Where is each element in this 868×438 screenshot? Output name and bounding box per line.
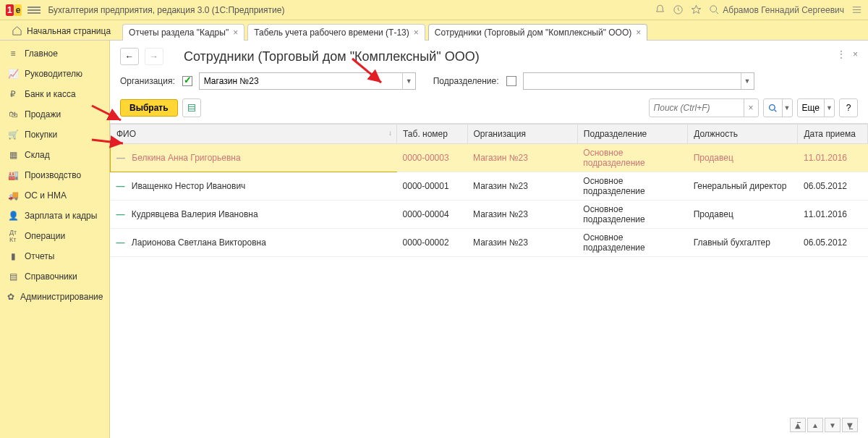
table-row[interactable]: Ларионова Светлана Викторовна0000-00002М… (111, 229, 868, 257)
close-icon[interactable]: × (414, 28, 419, 38)
gear-icon: ✿ (7, 291, 14, 303)
table-header-row: ФИО↓ Таб. номер Организация Подразделени… (111, 125, 868, 144)
sidebar-item-label: Продажи (25, 109, 61, 119)
svg-point-1 (710, 6, 717, 12)
sidebar-item-admin[interactable]: ✿Администрирование (0, 287, 109, 307)
sidebar-item-os-nma[interactable]: 🚚ОС и НМА (0, 185, 109, 206)
content-area: ← → Сотрудники (Торговый дом "Комплексны… (110, 41, 868, 438)
org-label: Организация: (120, 76, 175, 86)
sidebar-item-manager[interactable]: 📈Руководителю (0, 64, 109, 84)
nav-up-button[interactable]: ▲ (807, 418, 823, 432)
start-page-tab[interactable]: Начальная страница (3, 22, 119, 40)
bars-icon: ▮ (7, 250, 19, 262)
person-icon: 👤 (7, 210, 19, 222)
employees-table: ФИО↓ Таб. номер Организация Подразделени… (110, 123, 868, 438)
dropdown-icon[interactable]: ▼ (402, 73, 415, 89)
nav-last-button[interactable]: ▼̲ (842, 418, 858, 432)
col-date[interactable]: Дата приема (798, 125, 868, 144)
bag-icon: 🛍 (7, 109, 19, 120)
chevron-down-icon[interactable]: ▼ (782, 99, 792, 117)
col-org[interactable]: Организация (467, 125, 577, 144)
select-button[interactable]: Выбрать (120, 99, 178, 117)
dropdown-icon[interactable]: ▼ (741, 73, 754, 89)
app-title: Бухгалтерия предприятия, редакция 3.0 (1… (48, 5, 284, 15)
tab-tabel-t13[interactable]: Табель учета рабочего времени (Т-13) × (247, 24, 425, 41)
sidebar-item-label: ОС и НМА (25, 190, 67, 201)
sidebar-item-label: Операции (25, 231, 65, 241)
nav-first-button[interactable]: ▲̅ (790, 418, 806, 432)
org-select[interactable]: ▼ (199, 72, 416, 90)
sidebar-item-label: Руководителю (25, 69, 82, 79)
more-menu-icon[interactable]: ⋮ (837, 49, 846, 59)
table-row[interactable]: Белкина Анна Григорьевна0000-00003Магази… (111, 144, 868, 172)
org-input[interactable] (200, 73, 402, 89)
close-icon[interactable]: × (636, 28, 641, 38)
row-status-icon (116, 237, 129, 248)
nav-back-button[interactable]: ← (120, 48, 139, 65)
star-icon[interactable] (691, 4, 702, 15)
nav-down-button[interactable]: ▼ (825, 418, 841, 432)
col-pos[interactable]: Должность (688, 125, 798, 144)
row-status-icon (116, 153, 129, 163)
search-clear-icon[interactable]: × (744, 99, 758, 117)
close-content-icon[interactable]: × (853, 49, 858, 59)
boxes-icon: ▦ (7, 149, 19, 161)
col-fio[interactable]: ФИО↓ (111, 125, 397, 144)
sidebar-item-label: Главное (25, 49, 58, 59)
factory-icon: 🏭 (7, 169, 19, 181)
tab-reports-kadry[interactable]: Отчеты раздела "Кадры" × (122, 24, 244, 41)
table-row[interactable]: Иващенко Нестор Иванович0000-00001Магази… (111, 172, 868, 201)
org-checkbox[interactable] (182, 76, 192, 86)
sidebar-item-operations[interactable]: ДтКтОперации (0, 226, 109, 246)
dept-label: Подразделение: (433, 76, 499, 86)
close-icon[interactable]: × (233, 28, 238, 38)
table-nav-controls: ▲̅ ▲ ▼ ▼̲ (790, 418, 858, 432)
sidebar-item-label: Производство (25, 170, 81, 180)
nav-forward-button[interactable]: → (145, 48, 163, 65)
dept-select[interactable]: ▼ (523, 72, 754, 90)
search-box[interactable]: × (649, 98, 759, 117)
dtkt-icon: ДтКт (7, 230, 19, 242)
search-input[interactable] (650, 103, 744, 113)
sidebar-item-sales[interactable]: 🛍Продажи (0, 104, 109, 125)
row-status-icon (116, 181, 129, 191)
sidebar-item-label: Покупки (25, 130, 57, 140)
dept-checkbox[interactable] (506, 76, 516, 86)
sidebar-item-warehouse[interactable]: ▦Склад (0, 145, 109, 165)
col-tab[interactable]: Таб. номер (397, 125, 467, 144)
page-title: Сотрудники (Торговый дом "Комплексный" О… (184, 49, 480, 64)
truck-icon: 🚚 (7, 190, 19, 201)
row-status-icon (116, 209, 129, 219)
search-user[interactable]: Абрамов Геннадий Сергеевич (709, 4, 844, 15)
sidebar-item-references[interactable]: ▤Справочники (0, 266, 109, 287)
panel-icon[interactable] (851, 4, 862, 15)
sidebar-item-production[interactable]: 🏭Производство (0, 165, 109, 185)
svg-point-3 (769, 104, 775, 110)
sidebar-item-main[interactable]: ≡Главное (0, 43, 109, 64)
sidebar-item-salary[interactable]: 👤Зарплата и кадры (0, 206, 109, 226)
sidebar-item-reports[interactable]: ▮Отчеты (0, 246, 109, 266)
help-button[interactable]: ? (839, 98, 858, 117)
main-menu-icon[interactable] (27, 5, 41, 15)
col-dept[interactable]: Подразделение (577, 125, 687, 144)
sidebar-item-label: Администрирование (20, 292, 103, 302)
sidebar-item-purchases[interactable]: 🛒Покупки (0, 125, 109, 145)
more-button[interactable]: Еще ▼ (797, 98, 835, 117)
sidebar: ≡Главное 📈Руководителю ₽Банк и касса 🛍Пр… (0, 41, 110, 438)
ruble-icon: ₽ (7, 88, 19, 100)
sidebar-item-bank[interactable]: ₽Банк и касса (0, 84, 109, 104)
bell-icon[interactable] (655, 4, 665, 15)
dept-input[interactable] (524, 73, 741, 89)
book-icon: ▤ (7, 271, 19, 282)
history-icon[interactable] (673, 4, 684, 15)
cart-icon: 🛒 (7, 129, 19, 140)
title-bar: 1e Бухгалтерия предприятия, редакция 3.0… (0, 0, 868, 20)
list-view-button[interactable] (182, 98, 201, 117)
table-row[interactable]: Кудрявцева Валерия Ивановна0000-00004Маг… (111, 201, 868, 229)
chart-icon: 📈 (7, 68, 19, 80)
svg-rect-2 (188, 105, 195, 111)
menu-icon: ≡ (7, 48, 19, 59)
tab-sotrudniki[interactable]: Сотрудники (Торговый дом "Комплексный" О… (428, 24, 647, 41)
search-options-button[interactable]: ▼ (763, 98, 793, 117)
chevron-down-icon[interactable]: ▼ (824, 99, 834, 117)
